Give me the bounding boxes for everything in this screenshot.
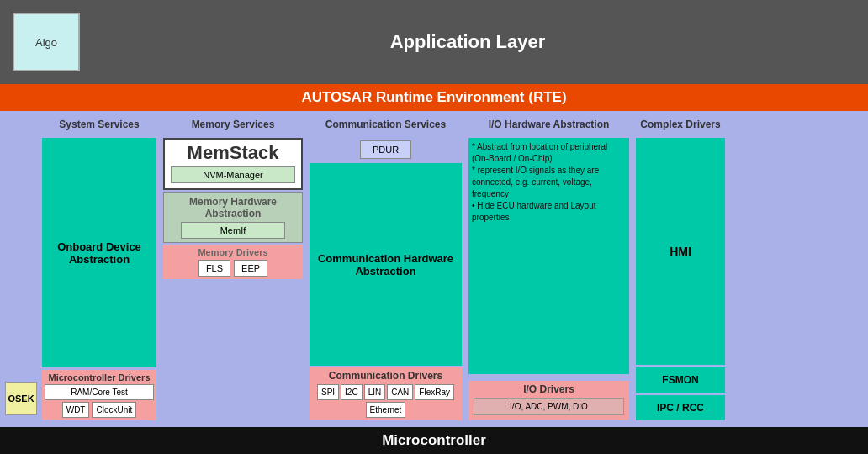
nvm-manager-box: NVM-Manager <box>171 166 295 183</box>
io-notes: * Abstract from location of peripheral (… <box>472 141 626 224</box>
osek-container: OSEK <box>5 116 37 422</box>
fls-label: FLS <box>206 263 223 273</box>
fsmon-label: FSMON <box>662 374 698 386</box>
comm-services-column: Communication Services PDUR Communicatio… <box>308 116 463 422</box>
ethernet-box: Ethernet <box>366 402 406 418</box>
main-area: OSEK System Services Onboard Device Abst… <box>0 111 868 427</box>
clock-unit-box: ClockUnit <box>92 402 136 418</box>
osek-box: OSEK <box>5 382 37 415</box>
app-layer-title: Application Layer <box>80 31 855 53</box>
rte-banner: AUTOSAR Runtime Environment (RTE) <box>0 84 868 111</box>
memif-box: MemIf <box>181 222 286 239</box>
eep-box: EEP <box>234 260 267 277</box>
clock-unit-label: ClockUnit <box>96 405 132 414</box>
can-box: CAN <box>387 384 413 400</box>
wdt-label: WDT <box>66 405 86 414</box>
ipc-rcc-label: IPC / RCC <box>657 402 704 414</box>
comm-services-header: Communication Services <box>308 116 463 133</box>
system-services-column: System Services Onboard Device Abstracti… <box>40 116 158 422</box>
comm-hw-abstraction-label: Communication Hardware Abstraction <box>314 252 458 277</box>
io-adc-box: I/O, ADC, PWM, DIO <box>474 398 624 415</box>
ethernet-label: Ethernet <box>370 405 402 414</box>
memstack-title: MemStack <box>167 142 299 164</box>
lin-label: LIN <box>368 388 382 397</box>
i2c-label: I2C <box>345 388 358 397</box>
memory-services-header: Memory Services <box>161 116 304 133</box>
algo-label: Algo <box>35 36 57 49</box>
complex-drivers-column: Complex Drivers HMI FSMON IPC / RCC <box>634 116 727 422</box>
system-services-header: System Services <box>40 116 158 133</box>
lin-box: LIN <box>364 384 386 400</box>
io-note1: * Abstract from location of peripheral (… <box>472 141 626 165</box>
eep-label: EEP <box>241 263 260 273</box>
mem-hw-abstraction-title: Memory Hardware Abstraction <box>167 196 299 219</box>
hmi-label: HMI <box>670 245 691 258</box>
spi-box: SPI <box>317 384 339 400</box>
onboard-device-label: Onboard Device Abstraction <box>46 240 152 266</box>
nvm-manager-label: NVM-Manager <box>203 170 263 180</box>
mcu-drivers-section: Microcontroller Drivers RAM/Core Test WD… <box>42 370 156 420</box>
osek-label: OSEK <box>8 393 34 404</box>
io-note2: * represent I/O signals as they are conn… <box>472 165 626 200</box>
memory-services-column: Memory Services MemStack NVM-Manager Mem… <box>161 116 304 422</box>
pdur-box: PDUR <box>360 140 411 159</box>
rte-title: AUTOSAR Runtime Environment (RTE) <box>301 89 566 106</box>
io-drivers-title: I/O Drivers <box>471 383 627 395</box>
ram-core-test-label: RAM/Core Test <box>71 388 128 397</box>
microcontroller-label: Microcontroller <box>382 432 486 449</box>
i2c-box: I2C <box>341 384 363 400</box>
complex-drivers-header: Complex Drivers <box>634 116 727 133</box>
comm-drivers-section: Communication Drivers SPI I2C LIN CAN <box>310 367 462 420</box>
comm-hw-abstraction-box: Communication Hardware Abstraction <box>310 163 462 366</box>
io-drivers-section: I/O Drivers I/O, ADC, PWM, DIO <box>468 381 629 420</box>
pdur-label: PDUR <box>373 145 399 155</box>
comm-drivers-title: Communication Drivers <box>312 370 459 382</box>
io-hw-abstraction-column: I/O Hardware Abstraction * Abstract from… <box>467 116 631 422</box>
mcu-drivers-title: Microcontroller Drivers <box>45 372 154 383</box>
io-hw-abstraction-header: I/O Hardware Abstraction <box>467 116 631 133</box>
application-layer-section: Algo Application Layer <box>0 0 868 84</box>
spi-label: SPI <box>321 388 335 397</box>
wdt-box: WDT <box>62 402 90 418</box>
io-adc-label: I/O, ADC, PWM, DIO <box>510 402 588 411</box>
flexray-box: FlexRay <box>415 384 454 400</box>
mem-hw-abstraction-box: Memory Hardware Abstraction MemIf <box>163 192 303 243</box>
ram-core-test-box: RAM/Core Test <box>45 384 154 400</box>
fsmon-box: FSMON <box>636 367 725 393</box>
memstack-box: MemStack NVM-Manager <box>163 138 303 190</box>
ipc-rcc-box: IPC / RCC <box>636 395 725 420</box>
mem-drivers-title: Memory Drivers <box>166 247 300 257</box>
mem-drivers-section: Memory Drivers FLS EEP <box>163 245 303 279</box>
memif-label: MemIf <box>220 225 246 235</box>
onboard-device-abstraction: Onboard Device Abstraction <box>42 138 156 367</box>
pdur-container: PDUR <box>310 138 462 161</box>
io-note3: • Hide ECU hardware and Layout propertie… <box>472 200 626 224</box>
flexray-label: FlexRay <box>419 388 450 397</box>
microcontroller-bar: Microcontroller <box>0 427 868 454</box>
algo-box: Algo <box>13 13 80 71</box>
can-label: CAN <box>391 388 409 397</box>
fls-box: FLS <box>198 260 230 277</box>
app-container: Algo Application Layer AUTOSAR Runtime E… <box>0 0 868 454</box>
hmi-box: HMI <box>636 138 725 365</box>
